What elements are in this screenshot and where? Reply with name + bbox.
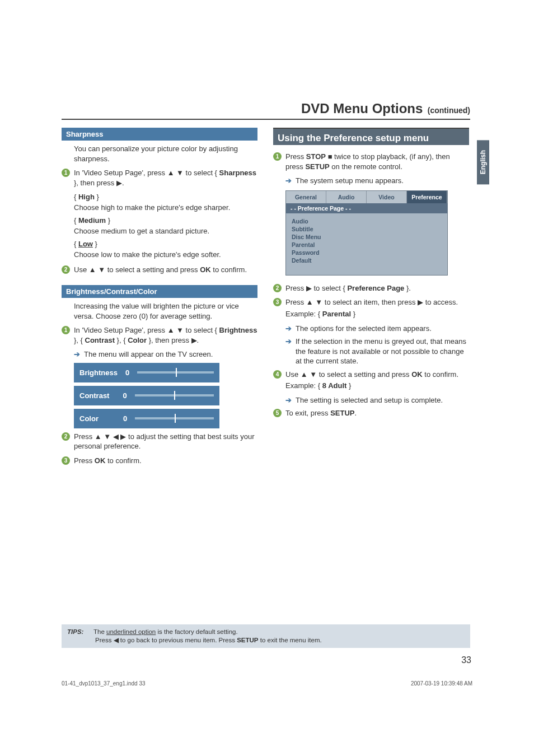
step-badge-2: 2	[62, 432, 70, 441]
osd-item: Parental	[292, 241, 442, 248]
right-column: Using the Preference setup menu 1 Press …	[273, 128, 469, 470]
osd-item: Password	[292, 249, 442, 256]
left-icon: ◀	[114, 637, 119, 643]
step-badge-2: 2	[273, 284, 282, 292]
sharpness-bar: Sharpness	[62, 128, 257, 141]
sharpness-intro: You can personalize your picture color b…	[74, 144, 257, 164]
right-icon: ▶	[306, 284, 312, 292]
page-number: 33	[461, 655, 471, 665]
osd-tab-general: General	[286, 191, 326, 203]
osd-page-label: - - Preference Page - -	[286, 203, 447, 213]
slider-track	[135, 417, 214, 419]
step-badge-3: 3	[62, 456, 70, 465]
pref-arrow-4: ➔ The setting is selected and setup is c…	[285, 395, 469, 405]
right-icon: ▶	[116, 179, 122, 187]
slider-track	[135, 394, 214, 396]
footer-left: 01-41_dvp1013_37_eng1.indd 33	[62, 680, 146, 687]
preference-section-title: Using the Preference setup menu	[273, 128, 469, 145]
osd-item: Default	[292, 257, 442, 264]
pref-arrow-3a: ➔ The options for the selected item appe…	[285, 324, 469, 334]
osd-items: Audio Subtitle Disc Menu Parental Passwo…	[286, 213, 447, 275]
up-down-icon: ▲ ▼	[301, 370, 317, 379]
sharpness-step-2: 2 Use ▲ ▼ to select a setting and press …	[62, 265, 257, 275]
bcc-arrow-1: ➔ The menu will appear on the TV screen.	[74, 349, 257, 360]
bcc-bar: Brightness/Contrast/Color	[62, 285, 257, 298]
page-subtitle: (continued)	[428, 106, 470, 115]
step-badge-4: 4	[273, 370, 282, 379]
footer-right: 2007-03-19 10:39:48 AM	[411, 680, 472, 687]
osd-item: Disc Menu	[292, 234, 442, 240]
up-down-icon: ▲ ▼	[167, 326, 184, 334]
page-content: DVD Menu Options (continued) Sharpness Y…	[62, 101, 470, 470]
pref-step-4: 4 Use ▲ ▼ to select a setting and press …	[273, 370, 469, 391]
bcc-intro: Increasing the value will brighten the p…	[74, 301, 257, 321]
step-badge-2: 2	[62, 265, 70, 274]
sharpness-step-1: 1 In 'Video Setup Page', press ▲ ▼ to se…	[62, 168, 257, 188]
right-icon: ▶	[191, 336, 197, 344]
arrow-icon: ➔	[74, 349, 80, 360]
step-badge-1: 1	[273, 152, 282, 161]
bcc-step-3: 3 Press OK to confirm.	[62, 456, 257, 466]
osd-tab-video: Video	[367, 191, 407, 203]
pref-step-1: 1 Press STOP ■ twice to stop playback, (…	[273, 152, 469, 171]
osd-menu: General Audio Video Preference - - Prefe…	[285, 190, 448, 276]
arrow-icon: ➔	[285, 176, 292, 186]
sharpness-options: { High } Choose high to make the picture…	[74, 192, 257, 259]
up-down-icon: ▲ ▼	[167, 169, 184, 177]
left-column: Sharpness You can personalize your pictu…	[62, 128, 257, 470]
pref-step-2: 2 Press ▶ to select { Preference Page }.	[273, 283, 469, 293]
arrow-icon: ➔	[285, 395, 292, 405]
brightness-slider: Brightness 0	[74, 363, 219, 382]
arrow-icon: ➔	[285, 324, 292, 334]
osd-item: Audio	[292, 218, 442, 225]
color-slider: Color 0	[74, 409, 219, 428]
bcc-step-2: 2 Press ▲ ▼ ◀ ▶ to adjust the setting th…	[62, 432, 257, 451]
up-down-icon: ▲ ▼	[306, 298, 322, 306]
right-icon: ▶	[418, 298, 423, 306]
up-down-icon: ▲ ▼	[89, 265, 105, 274]
pref-arrow-3b: ➔ If the selection in the menu is greyed…	[285, 337, 469, 366]
page-header: DVD Menu Options (continued)	[62, 101, 470, 120]
pref-arrow-1: ➔ The system setup menu appears.	[285, 176, 469, 186]
pref-step-5: 5 To exit, press SETUP.	[273, 408, 469, 418]
language-tab: English	[477, 140, 489, 184]
tips-label: TIPS:	[67, 628, 92, 636]
arrow-icon: ➔	[285, 337, 292, 347]
step-badge-5: 5	[273, 409, 282, 417]
step-badge-1: 1	[62, 169, 70, 177]
bcc-step-1: 1 In 'Video Setup Page', press ▲ ▼ to se…	[62, 325, 257, 345]
pref-step-3: 3 Press ▲ ▼ to select an item, then pres…	[273, 297, 469, 319]
page-title: DVD Menu Options	[301, 101, 423, 116]
tips-box: TIPS: The underlined option is the facto…	[62, 624, 470, 648]
osd-item: Subtitle	[292, 226, 442, 232]
osd-tab-preference: Preference	[407, 191, 447, 203]
stop-icon: ■	[328, 152, 332, 161]
udlr-icon: ▲ ▼ ◀ ▶	[95, 432, 127, 441]
contrast-slider: Contrast 0	[74, 386, 219, 405]
slider-track	[137, 371, 214, 374]
osd-tab-audio: Audio	[326, 191, 367, 203]
step-badge-1: 1	[62, 326, 70, 334]
step-badge-3: 3	[273, 298, 282, 306]
